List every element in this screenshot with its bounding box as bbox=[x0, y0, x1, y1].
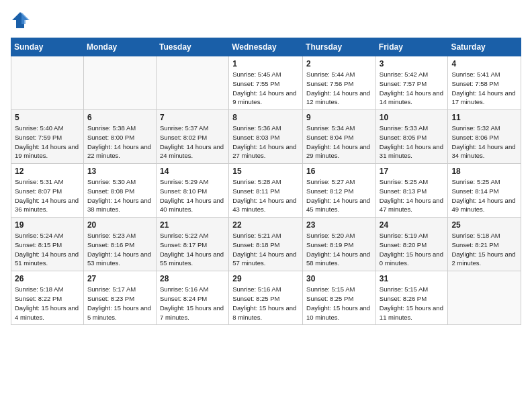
day-number: 4 bbox=[451, 59, 517, 68]
day-number: 22 bbox=[232, 220, 299, 230]
logo-icon bbox=[11, 11, 30, 30]
weekday-header-tuesday: Tuesday bbox=[156, 38, 228, 56]
calendar-cell: 1Sunrise: 5:45 AM Sunset: 7:55 PM Daylig… bbox=[229, 56, 303, 110]
calendar-cell: 10Sunrise: 5:33 AM Sunset: 8:05 PM Dayli… bbox=[375, 110, 448, 164]
day-number: 23 bbox=[306, 220, 372, 230]
calendar-cell: 25Sunrise: 5:18 AM Sunset: 8:21 PM Dayli… bbox=[448, 218, 521, 271]
day-info: Sunrise: 5:15 AM Sunset: 8:26 PM Dayligh… bbox=[380, 285, 445, 322]
calendar-table: SundayMondayTuesdayWednesdayThursdayFrid… bbox=[11, 38, 521, 325]
calendar-cell bbox=[11, 56, 84, 110]
calendar-cell: 20Sunrise: 5:23 AM Sunset: 8:16 PM Dayli… bbox=[83, 218, 156, 271]
day-number: 18 bbox=[451, 167, 517, 176]
day-number: 12 bbox=[15, 167, 80, 176]
weekday-header-thursday: Thursday bbox=[303, 38, 376, 56]
calendar-cell: 21Sunrise: 5:22 AM Sunset: 8:17 PM Dayli… bbox=[156, 218, 228, 271]
calendar-cell bbox=[448, 271, 521, 325]
day-info: Sunrise: 5:36 AM Sunset: 8:03 PM Dayligh… bbox=[232, 124, 299, 161]
day-number: 17 bbox=[380, 167, 445, 176]
calendar-cell: 18Sunrise: 5:25 AM Sunset: 8:14 PM Dayli… bbox=[448, 164, 521, 218]
calendar-cell: 30Sunrise: 5:15 AM Sunset: 8:25 PM Dayli… bbox=[303, 271, 376, 325]
day-info: Sunrise: 5:37 AM Sunset: 8:02 PM Dayligh… bbox=[160, 124, 225, 161]
day-info: Sunrise: 5:21 AM Sunset: 8:18 PM Dayligh… bbox=[232, 231, 299, 268]
day-info: Sunrise: 5:18 AM Sunset: 8:22 PM Dayligh… bbox=[15, 285, 80, 322]
day-info: Sunrise: 5:17 AM Sunset: 8:23 PM Dayligh… bbox=[87, 285, 152, 322]
day-number: 26 bbox=[15, 274, 80, 283]
calendar-cell: 16Sunrise: 5:27 AM Sunset: 8:12 PM Dayli… bbox=[303, 164, 376, 218]
calendar-cell: 4Sunrise: 5:41 AM Sunset: 7:58 PM Daylig… bbox=[448, 56, 521, 110]
day-info: Sunrise: 5:23 AM Sunset: 8:16 PM Dayligh… bbox=[87, 231, 152, 268]
day-number: 11 bbox=[451, 113, 517, 122]
weekday-header-wednesday: Wednesday bbox=[229, 38, 303, 56]
day-info: Sunrise: 5:29 AM Sunset: 8:10 PM Dayligh… bbox=[160, 177, 225, 214]
day-number: 5 bbox=[15, 113, 80, 122]
calendar-week-5: 26Sunrise: 5:18 AM Sunset: 8:22 PM Dayli… bbox=[11, 271, 521, 325]
day-info: Sunrise: 5:40 AM Sunset: 7:59 PM Dayligh… bbox=[15, 124, 80, 161]
day-number: 30 bbox=[306, 274, 372, 283]
calendar-cell: 8Sunrise: 5:36 AM Sunset: 8:03 PM Daylig… bbox=[229, 110, 303, 164]
calendar-week-1: 1Sunrise: 5:45 AM Sunset: 7:55 PM Daylig… bbox=[11, 56, 521, 110]
day-number: 19 bbox=[15, 220, 80, 230]
day-info: Sunrise: 5:25 AM Sunset: 8:13 PM Dayligh… bbox=[380, 177, 445, 214]
day-info: Sunrise: 5:45 AM Sunset: 7:55 PM Dayligh… bbox=[232, 70, 299, 107]
day-info: Sunrise: 5:33 AM Sunset: 8:05 PM Dayligh… bbox=[380, 124, 445, 161]
day-info: Sunrise: 5:44 AM Sunset: 7:56 PM Dayligh… bbox=[306, 70, 372, 107]
day-info: Sunrise: 5:25 AM Sunset: 8:14 PM Dayligh… bbox=[451, 177, 517, 214]
day-info: Sunrise: 5:42 AM Sunset: 7:57 PM Dayligh… bbox=[380, 70, 445, 107]
calendar-cell: 23Sunrise: 5:20 AM Sunset: 8:19 PM Dayli… bbox=[303, 218, 376, 271]
calendar-cell: 2Sunrise: 5:44 AM Sunset: 7:56 PM Daylig… bbox=[303, 56, 376, 110]
day-number: 9 bbox=[306, 113, 372, 122]
day-number: 20 bbox=[87, 220, 152, 230]
day-number: 7 bbox=[160, 113, 225, 122]
weekday-header-sunday: Sunday bbox=[11, 38, 84, 56]
day-info: Sunrise: 5:34 AM Sunset: 8:04 PM Dayligh… bbox=[306, 124, 372, 161]
day-info: Sunrise: 5:19 AM Sunset: 8:20 PM Dayligh… bbox=[380, 231, 445, 268]
day-number: 25 bbox=[451, 220, 517, 230]
day-info: Sunrise: 5:41 AM Sunset: 7:58 PM Dayligh… bbox=[451, 70, 517, 107]
day-number: 28 bbox=[160, 274, 225, 283]
day-info: Sunrise: 5:31 AM Sunset: 8:07 PM Dayligh… bbox=[15, 177, 80, 214]
weekday-header-saturday: Saturday bbox=[448, 38, 521, 56]
day-number: 2 bbox=[306, 59, 372, 68]
day-info: Sunrise: 5:22 AM Sunset: 8:17 PM Dayligh… bbox=[160, 231, 225, 268]
day-number: 14 bbox=[160, 167, 225, 176]
calendar-cell: 26Sunrise: 5:18 AM Sunset: 8:22 PM Dayli… bbox=[11, 271, 84, 325]
calendar-week-3: 12Sunrise: 5:31 AM Sunset: 8:07 PM Dayli… bbox=[11, 164, 521, 218]
logo bbox=[11, 11, 32, 30]
svg-marker-1 bbox=[21, 12, 30, 24]
calendar-cell: 7Sunrise: 5:37 AM Sunset: 8:02 PM Daylig… bbox=[156, 110, 228, 164]
calendar-cell: 11Sunrise: 5:32 AM Sunset: 8:06 PM Dayli… bbox=[448, 110, 521, 164]
calendar-cell: 17Sunrise: 5:25 AM Sunset: 8:13 PM Dayli… bbox=[375, 164, 448, 218]
page-header bbox=[11, 11, 521, 30]
day-number: 3 bbox=[380, 59, 445, 68]
calendar-cell: 31Sunrise: 5:15 AM Sunset: 8:26 PM Dayli… bbox=[375, 271, 448, 325]
calendar-cell: 9Sunrise: 5:34 AM Sunset: 8:04 PM Daylig… bbox=[303, 110, 376, 164]
calendar-cell: 5Sunrise: 5:40 AM Sunset: 7:59 PM Daylig… bbox=[11, 110, 84, 164]
day-number: 13 bbox=[87, 167, 152, 176]
day-number: 29 bbox=[232, 274, 299, 283]
calendar-cell: 24Sunrise: 5:19 AM Sunset: 8:20 PM Dayli… bbox=[375, 218, 448, 271]
day-info: Sunrise: 5:28 AM Sunset: 8:11 PM Dayligh… bbox=[232, 177, 299, 214]
calendar-week-2: 5Sunrise: 5:40 AM Sunset: 7:59 PM Daylig… bbox=[11, 110, 521, 164]
day-number: 27 bbox=[87, 274, 152, 283]
day-number: 8 bbox=[232, 113, 299, 122]
calendar-cell: 14Sunrise: 5:29 AM Sunset: 8:10 PM Dayli… bbox=[156, 164, 228, 218]
day-info: Sunrise: 5:24 AM Sunset: 8:15 PM Dayligh… bbox=[15, 231, 80, 268]
calendar-cell: 19Sunrise: 5:24 AM Sunset: 8:15 PM Dayli… bbox=[11, 218, 84, 271]
day-number: 24 bbox=[380, 220, 445, 230]
calendar-cell: 29Sunrise: 5:16 AM Sunset: 8:25 PM Dayli… bbox=[229, 271, 303, 325]
day-info: Sunrise: 5:20 AM Sunset: 8:19 PM Dayligh… bbox=[306, 231, 372, 268]
day-info: Sunrise: 5:16 AM Sunset: 8:24 PM Dayligh… bbox=[160, 285, 225, 322]
calendar-cell bbox=[83, 56, 156, 110]
calendar-cell: 15Sunrise: 5:28 AM Sunset: 8:11 PM Dayli… bbox=[229, 164, 303, 218]
day-info: Sunrise: 5:27 AM Sunset: 8:12 PM Dayligh… bbox=[306, 177, 372, 214]
day-info: Sunrise: 5:15 AM Sunset: 8:25 PM Dayligh… bbox=[306, 285, 372, 322]
calendar-cell: 12Sunrise: 5:31 AM Sunset: 8:07 PM Dayli… bbox=[11, 164, 84, 218]
calendar-cell: 13Sunrise: 5:30 AM Sunset: 8:08 PM Dayli… bbox=[83, 164, 156, 218]
day-number: 16 bbox=[306, 167, 372, 176]
weekday-header-monday: Monday bbox=[83, 38, 156, 56]
calendar-cell: 6Sunrise: 5:38 AM Sunset: 8:00 PM Daylig… bbox=[83, 110, 156, 164]
day-info: Sunrise: 5:30 AM Sunset: 8:08 PM Dayligh… bbox=[87, 177, 152, 214]
day-info: Sunrise: 5:18 AM Sunset: 8:21 PM Dayligh… bbox=[451, 231, 517, 268]
calendar-cell: 22Sunrise: 5:21 AM Sunset: 8:18 PM Dayli… bbox=[229, 218, 303, 271]
calendar-cell: 3Sunrise: 5:42 AM Sunset: 7:57 PM Daylig… bbox=[375, 56, 448, 110]
